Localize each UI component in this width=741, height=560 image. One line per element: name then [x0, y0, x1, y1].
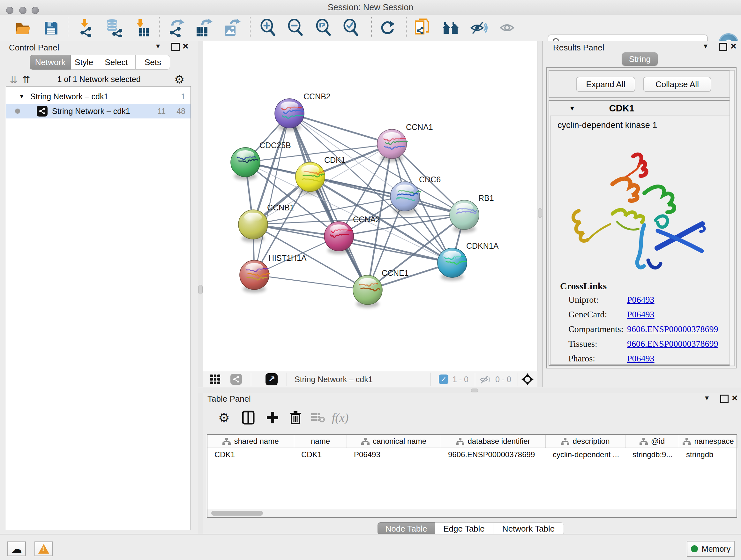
zoom-selected-button[interactable] — [342, 18, 360, 38]
zoom-in-button[interactable] — [259, 18, 278, 38]
network-collection-row[interactable]: ▼ String Network – cdk1 1 — [6, 89, 191, 104]
horizontal-splitter[interactable] — [198, 387, 741, 393]
column-header-database-identifier[interactable]: database identifier — [441, 435, 546, 448]
network-node-HIST1H1A[interactable]: HIST1H1A — [240, 253, 307, 293]
table-cell[interactable]: P06493 — [347, 448, 441, 461]
crosslink-link[interactable]: P06493 — [627, 309, 655, 320]
tab-node-table[interactable]: Node Table — [378, 522, 435, 535]
create-column-button[interactable] — [263, 408, 282, 427]
import-table-button[interactable] — [133, 18, 151, 38]
show-columns-button[interactable] — [239, 408, 258, 427]
hide-selected-button[interactable] — [470, 18, 488, 38]
duplicate-network-button[interactable] — [413, 18, 431, 38]
section-collapse-icon[interactable]: ▼ — [569, 105, 576, 112]
column-header-description[interactable]: description — [546, 435, 625, 448]
column-header-canonical-name[interactable]: canonical name — [347, 435, 441, 448]
selected-checkbox-icon[interactable]: ✓ — [439, 374, 448, 384]
export-network-button[interactable] — [167, 18, 186, 38]
import-network-file-button[interactable] — [77, 18, 96, 38]
network-edge-CCNB2-HIST1H1A[interactable] — [254, 113, 289, 275]
left-splitter-handle[interactable] — [198, 285, 203, 294]
right-splitter-handle[interactable] — [538, 208, 542, 218]
protein-section-header[interactable]: ▼ CDK1 — [549, 101, 734, 116]
close-panel-icon[interactable]: × — [732, 392, 738, 404]
network-edge-CCNB2-CCNE1[interactable] — [289, 113, 367, 290]
grid-view-icon[interactable] — [210, 374, 220, 384]
table-cell[interactable]: CDK1 — [207, 448, 294, 461]
collapse-panel-icon[interactable]: ▾ — [156, 42, 160, 51]
collapse-panel-icon[interactable]: ▾ — [704, 42, 708, 51]
network-node-CCNA1[interactable]: CCNA1 — [377, 123, 433, 162]
float-panel-icon[interactable] — [172, 43, 180, 51]
network-options-gear-icon[interactable]: ⚙ — [174, 73, 185, 86]
network-edge-CCNB2-CCNA1[interactable] — [289, 113, 392, 144]
birdseye-crosshair-icon[interactable] — [522, 373, 534, 385]
network-node-CDKN1A[interactable]: CDKN1A — [437, 241, 499, 281]
cloud-status-button[interactable]: ☁ — [7, 542, 26, 556]
refresh-layout-button[interactable] — [378, 18, 397, 38]
tab-style[interactable]: Style — [71, 55, 97, 70]
table-cell[interactable]: stringdb:9... — [625, 448, 679, 461]
scrollbar-thumb[interactable] — [211, 511, 263, 516]
table-horizontal-scrollbar[interactable] — [207, 509, 737, 517]
table-cell[interactable]: stringdb — [679, 448, 738, 461]
table-cell[interactable]: cyclin-dependent ... — [546, 448, 625, 461]
table-cell[interactable]: CDK1 — [294, 448, 347, 461]
save-session-button[interactable] — [42, 18, 60, 38]
tab-string[interactable]: String — [622, 52, 658, 66]
column-header-name[interactable]: name — [294, 435, 347, 448]
crosslink-link[interactable]: P06493 — [627, 354, 655, 364]
delete-table-button[interactable] — [308, 408, 327, 427]
horizontal-splitter-handle[interactable] — [471, 388, 478, 392]
tab-network-table[interactable]: Network Table — [493, 522, 564, 535]
table-options-button[interactable]: ⚙ — [214, 408, 233, 427]
expand-all-button[interactable]: Expand All — [576, 77, 635, 92]
left-splitter[interactable] — [198, 41, 203, 534]
collapse-panel-icon[interactable]: ▾ — [705, 393, 709, 402]
network-share-icon[interactable] — [230, 374, 242, 385]
network-edge-CCNA2-CDKN1A[interactable] — [339, 236, 452, 263]
column-header-namespace[interactable]: namespace — [679, 435, 738, 448]
function-builder-button[interactable]: f(x) — [331, 408, 350, 427]
hidden-eye-slash-icon[interactable] — [479, 375, 492, 384]
network-row[interactable]: String Network – cdk1 11 48 — [6, 104, 191, 118]
float-panel-icon[interactable] — [720, 395, 729, 403]
table-row[interactable]: CDK1CDK1P064939606.ENSP00000378699cyclin… — [207, 448, 737, 461]
network-view[interactable]: CCNB2CCNA1CDC25BCDK1CDC6RB1CCNB1CCNA2CDK… — [203, 41, 537, 371]
crosslink-link[interactable]: 9606.ENSP00000378699 — [627, 339, 718, 349]
tab-select[interactable]: Select — [97, 55, 136, 70]
import-network-database-button[interactable] — [105, 18, 123, 38]
view-toolbar-separator — [286, 373, 287, 386]
results-scrollbar[interactable] — [730, 70, 735, 366]
network-node-CDC6[interactable]: CDC6 — [390, 175, 441, 214]
memory-button[interactable]: Memory — [687, 541, 735, 557]
float-panel-icon[interactable] — [719, 43, 727, 51]
right-splitter[interactable] — [537, 41, 542, 387]
open-session-button[interactable] — [13, 18, 32, 38]
crosslink-link[interactable]: P06493 — [627, 295, 655, 305]
tree-collapse-icon[interactable]: ▼ — [19, 93, 24, 100]
column-header-shared-name[interactable]: shared name — [207, 435, 294, 448]
network-graph[interactable]: CCNB2CCNA1CDC25BCDK1CDC6RB1CCNB1CCNA2CDK… — [203, 41, 537, 371]
close-panel-icon[interactable]: × — [183, 40, 189, 52]
export-table-button[interactable] — [195, 18, 213, 38]
tab-network[interactable]: Network — [30, 55, 71, 70]
open-in-window-icon[interactable]: ↗ — [266, 373, 278, 385]
collapse-all-button[interactable]: Collapse All — [643, 77, 711, 92]
warnings-button[interactable] — [35, 542, 53, 556]
network-node-RB1[interactable]: RB1 — [450, 193, 494, 233]
table-cell[interactable]: 9606.ENSP00000378699 — [441, 448, 546, 461]
home-button[interactable] — [442, 18, 460, 38]
delete-column-button[interactable] — [286, 408, 305, 427]
show-hidden-button[interactable] — [498, 18, 516, 38]
tab-sets[interactable]: Sets — [136, 55, 170, 70]
zoom-out-button[interactable] — [286, 18, 305, 38]
crosslink-link[interactable]: 9606.ENSP00000378699 — [627, 324, 718, 334]
close-panel-icon[interactable]: × — [731, 40, 737, 52]
column-header--id[interactable]: @id — [625, 435, 679, 448]
network-edge-HIST1H1A-CCNE1[interactable] — [254, 275, 367, 290]
zoom-fit-button[interactable] — [315, 18, 333, 38]
export-image-button[interactable] — [223, 18, 241, 38]
tab-edge-table[interactable]: Edge Table — [435, 522, 493, 535]
home-icon — [442, 20, 460, 36]
